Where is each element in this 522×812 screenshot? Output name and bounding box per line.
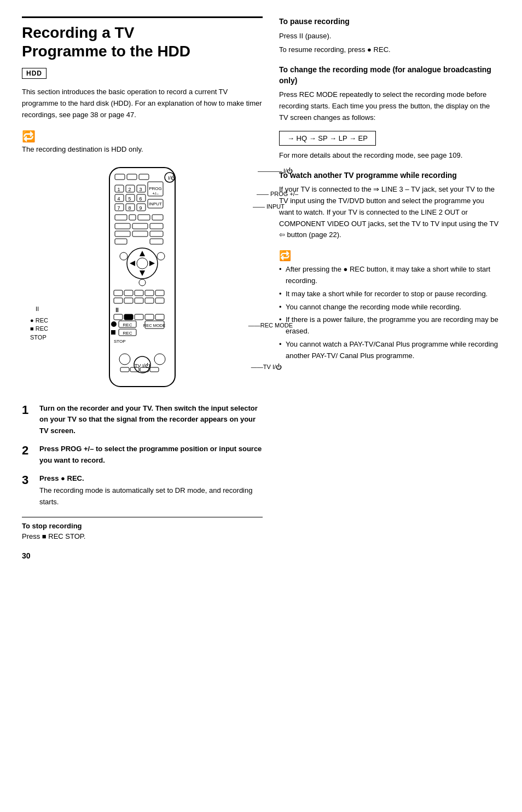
svg-rect-36 — [115, 231, 130, 237]
step-1-number: 1 — [22, 403, 34, 417]
svg-rect-54 — [155, 290, 164, 296]
list-item: It may take a short while for recorder t… — [279, 289, 500, 300]
svg-point-42 — [137, 258, 148, 269]
svg-text:INPUT: INPUT — [149, 201, 162, 206]
svg-marker-43 — [140, 251, 145, 256]
svg-point-66 — [111, 321, 117, 327]
remote-label-input: ——INPUT — [253, 203, 285, 210]
svg-rect-50 — [114, 290, 123, 296]
svg-text:REC: REC — [123, 331, 132, 336]
note-section: 🔁 The recording destination is HDD only. — [22, 130, 263, 153]
svg-rect-51 — [124, 290, 133, 296]
svg-marker-46 — [149, 261, 155, 266]
pause-recording-title: To pause recording — [279, 16, 500, 27]
svg-rect-56 — [124, 298, 133, 303]
right-column: To pause recording Press II (pause). To … — [279, 16, 500, 560]
notes-section: 🔁 After pressing the ● REC button, it ma… — [279, 250, 500, 361]
svg-text:6: 6 — [139, 196, 142, 201]
stop-recording-section: To stop recording Press ■ REC STOP. — [22, 517, 263, 540]
notes-icon: 🔁 — [279, 250, 291, 262]
section-intro: This section introduces the basic operat… — [22, 87, 263, 120]
pause-recording-section: To pause recording Press II (pause). To … — [279, 16, 500, 56]
svg-rect-33 — [115, 223, 130, 229]
svg-rect-61 — [114, 314, 123, 320]
svg-text:STOP: STOP — [114, 339, 126, 344]
stop-recording-title: To stop recording — [22, 522, 263, 530]
step-2: 2 Press PROG +/– to select the programme… — [22, 444, 263, 467]
note-text: The recording destination is HDD only. — [22, 145, 263, 153]
svg-rect-58 — [145, 298, 154, 303]
svg-text:I/⏻: I/⏻ — [168, 175, 176, 181]
svg-point-47 — [120, 252, 127, 260]
list-item: You cannot watch a PAY-TV/Canal Plus pro… — [279, 339, 500, 362]
change-mode-section: To change the recording mode (for analog… — [279, 65, 500, 161]
svg-rect-63 — [135, 314, 143, 320]
remote-svg: I/⏻ 1 2 3 PROG +/– 4 5 — [93, 162, 192, 398]
step-3-main: Press ● REC. — [39, 473, 263, 485]
svg-rect-29 — [115, 215, 127, 220]
step-2-number: 2 — [22, 444, 34, 458]
svg-text:5: 5 — [128, 196, 131, 201]
svg-marker-44 — [140, 270, 145, 276]
svg-rect-37 — [132, 231, 148, 237]
svg-rect-32 — [152, 215, 163, 220]
svg-text:REC MODE: REC MODE — [143, 323, 165, 328]
remote-label-stop: STOP — [30, 334, 47, 341]
watch-another-p1: If your TV is connected to the ⇒ LINE 3 … — [279, 184, 500, 241]
svg-point-48 — [157, 252, 165, 260]
svg-rect-69 — [111, 330, 115, 335]
pause-recording-p2: To resume recording, press ● REC. — [279, 44, 500, 56]
svg-marker-45 — [130, 261, 135, 266]
stop-recording-text: Press ■ REC STOP. — [22, 532, 263, 540]
hdd-badge: HDD — [22, 68, 47, 79]
remote-label-tv-power: ——TV I/⏻ — [251, 364, 282, 370]
change-mode-note: For more details about the recording mod… — [279, 150, 500, 162]
list-item: You cannot change the recording mode whi… — [279, 302, 500, 313]
svg-point-78 — [154, 354, 165, 365]
left-column: Recording a TV Programme to the HDD HDD … — [22, 16, 263, 560]
svg-rect-39 — [115, 239, 127, 244]
svg-text:2: 2 — [128, 187, 131, 192]
svg-rect-53 — [145, 290, 154, 296]
list-item: After pressing the ● REC button, it may … — [279, 264, 500, 287]
remote-label-prog: ——PROG +/– — [257, 191, 298, 197]
svg-text:3: 3 — [139, 187, 142, 192]
steps-section: 1 Turn on the recorder and your TV. Then… — [22, 403, 263, 508]
watch-another-title: To watch another TV programme while reco… — [279, 170, 500, 181]
mode-diagram: → HQ → SP → LP → EP — [279, 131, 376, 146]
svg-point-77 — [119, 354, 130, 365]
change-mode-p1: Press REC MODE repeatedly to select the … — [279, 89, 500, 123]
list-item: If there is a power failure, the program… — [279, 314, 500, 337]
remote-label-power: ————I/⏻ — [258, 168, 293, 175]
svg-text:PROG: PROG — [149, 186, 162, 191]
svg-rect-52 — [135, 290, 143, 296]
page-layout: Recording a TV Programme to the HDD HDD … — [22, 16, 500, 560]
svg-text:+/–: +/– — [152, 191, 159, 196]
svg-rect-31 — [138, 215, 150, 220]
svg-rect-35 — [150, 223, 163, 229]
svg-rect-30 — [129, 215, 136, 220]
step-3-sub: The recording mode is automatically set … — [39, 485, 263, 508]
svg-rect-57 — [135, 298, 143, 303]
svg-text:REC: REC — [123, 323, 132, 327]
svg-rect-62 — [124, 314, 133, 320]
svg-text:II: II — [115, 307, 119, 313]
svg-rect-3 — [139, 174, 149, 180]
note-icon: 🔁 — [22, 130, 263, 143]
svg-rect-79 — [120, 367, 129, 372]
pause-recording-p1: Press II (pause). — [279, 31, 500, 42]
svg-rect-55 — [114, 298, 123, 303]
svg-text:1: 1 — [117, 187, 120, 192]
page-title: Recording a TV Programme to the HDD — [22, 16, 263, 60]
step-3: 3 Press ● REC. The recording mode is aut… — [22, 473, 263, 508]
svg-rect-64 — [145, 314, 154, 320]
step-1: 1 Turn on the recorder and your TV. Then… — [22, 403, 263, 437]
svg-rect-38 — [150, 231, 163, 237]
svg-text:8: 8 — [128, 205, 131, 211]
svg-rect-40 — [150, 239, 163, 244]
step-1-text: Turn on the recorder and your TV. Then s… — [39, 403, 263, 437]
svg-rect-1 — [115, 174, 125, 180]
svg-rect-82 — [150, 367, 159, 372]
svg-point-49 — [139, 279, 146, 286]
svg-rect-59 — [155, 298, 164, 303]
